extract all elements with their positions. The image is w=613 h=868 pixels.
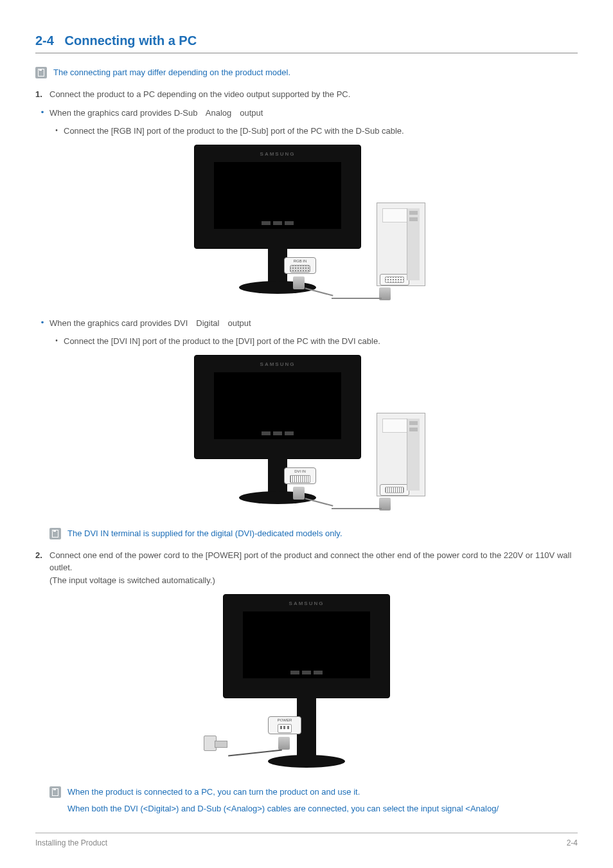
pc-slots	[407, 419, 420, 491]
section-number: 2-4	[35, 33, 54, 48]
bullet-dsub: • When the graphics card provides D-Sub …	[35, 107, 578, 120]
bullet-dvi-sub-text: Connect the [DVI IN] port of the product…	[64, 335, 380, 348]
step-2-body: Connect one end of the power cord to the…	[49, 549, 578, 587]
figure-rgb: RGB IN	[35, 145, 578, 305]
monitor-stand-lower	[297, 730, 316, 757]
page-footer: Installing the Product 2-4	[35, 833, 578, 849]
note-bottom-line2: When both the DVI (<Digital>) and D-Sub …	[67, 802, 499, 815]
note-icon	[35, 67, 47, 78]
vga-connector-icon	[290, 265, 310, 273]
cable-segment	[305, 498, 333, 507]
pc-illustration	[377, 413, 425, 496]
bullet-dvi-sub: • Connect the [DVI IN] port of the produ…	[49, 335, 578, 348]
power-plug-monitor	[278, 737, 290, 750]
note-bottom-body: When the product is connected to a PC, y…	[67, 786, 499, 815]
dvi-in-label: DVI IN	[285, 469, 315, 475]
cable-plug-monitor	[293, 276, 305, 289]
power-label: POWER	[269, 718, 301, 723]
cable-segment	[332, 508, 382, 509]
note-icon	[49, 786, 61, 798]
note-dvi-text: The DVI IN terminal is supplied for the …	[67, 527, 342, 540]
note-bottom: When the product is connected to a PC, y…	[49, 786, 578, 815]
power-socket-icon	[278, 724, 292, 733]
pc-vga-port	[380, 274, 409, 285]
section-heading: 2-4 Connecting with a PC	[35, 31, 578, 53]
monitor-illustration	[194, 355, 361, 459]
wall-outlet-plug	[204, 736, 217, 751]
note-dvi: The DVI IN terminal is supplied for the …	[49, 527, 578, 540]
pc-top-ports	[382, 208, 408, 222]
step-1: 1. Connect the product to a PC depending…	[35, 88, 578, 101]
bullet-dvi: • When the graphics card provides DVI Di…	[35, 317, 578, 330]
cable-plug-monitor	[293, 487, 305, 500]
dvi-in-port: DVI IN	[284, 467, 316, 484]
cable-segment	[332, 298, 382, 299]
rgb-in-port: RGB IN	[284, 257, 316, 274]
bullet-dot-icon: •	[49, 125, 64, 136]
power-port: POWER	[268, 716, 301, 734]
dvi-connector-icon	[290, 475, 310, 483]
bullet-dot-icon: •	[35, 107, 49, 118]
bullet-dsub-sub: • Connect the [RGB IN] port of the produ…	[49, 125, 578, 138]
bullet-dsub-text: When the graphics card provides D-Sub An…	[49, 107, 263, 120]
note-icon	[49, 528, 61, 539]
bullet-dot-icon: •	[35, 317, 49, 329]
step-2-line1: Connect one end of the power cord to the…	[49, 549, 578, 574]
step-2: 2. Connect one end of the power cord to …	[35, 549, 578, 587]
note-bottom-line1: When the product is connected to a PC, y…	[67, 786, 499, 799]
step-1-text: Connect the product to a PC depending on…	[49, 88, 578, 101]
bullet-dvi-text: When the graphics card provides DVI Digi…	[49, 317, 251, 330]
footer-left: Installing the Product	[35, 837, 107, 849]
rgb-in-label: RGB IN	[285, 258, 315, 264]
power-cable	[228, 750, 282, 757]
footer-right: 2-4	[567, 837, 578, 849]
cable-segment	[305, 287, 333, 296]
section-title-text: Connecting with a PC	[65, 33, 197, 48]
note-top-text: The connecting part may differ depending…	[53, 66, 290, 79]
step-2-line2: (The input voltage is switched automatic…	[49, 574, 578, 587]
vga-connector-icon	[385, 276, 404, 283]
note-top: The connecting part may differ depending…	[35, 66, 578, 79]
step-2-number: 2.	[35, 549, 49, 562]
pc-illustration	[377, 203, 425, 286]
monitor-illustration	[223, 594, 390, 698]
figure-dvi: DVI IN	[35, 355, 578, 516]
pc-slots	[407, 208, 420, 280]
pc-top-ports	[382, 419, 408, 433]
bullet-dsub-sub-text: Connect the [RGB IN] port of the product…	[64, 125, 404, 138]
figure-power: POWER	[35, 594, 578, 774]
bullet-dot-icon: •	[49, 335, 64, 346]
dvi-connector-icon	[385, 487, 404, 493]
monitor-illustration	[194, 145, 361, 249]
pc-dvi-port	[380, 484, 409, 496]
step-1-number: 1.	[35, 88, 49, 101]
